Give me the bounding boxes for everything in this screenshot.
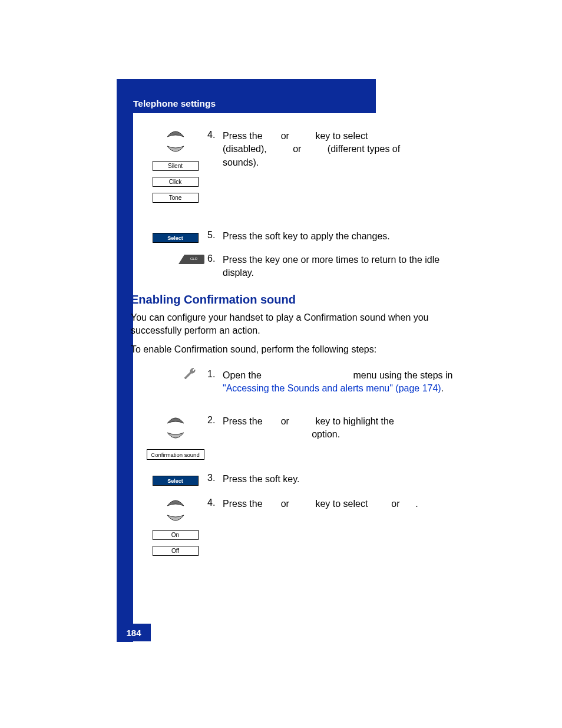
svg-text:CLR: CLR bbox=[190, 257, 197, 261]
step-number: 5. bbox=[207, 230, 223, 241]
left-stripe bbox=[117, 79, 133, 642]
step4-icons: Silent Click Tone bbox=[141, 125, 209, 206]
step-number: 3. bbox=[207, 473, 223, 483]
up-arrow-icon bbox=[165, 414, 186, 426]
step-4: 4. Press the or key to select (disabled)… bbox=[207, 130, 458, 169]
step5-icons: Select bbox=[141, 230, 209, 246]
link-sounds-menu[interactable]: "Accessing the Sounds and alerts menu" (… bbox=[223, 383, 441, 393]
header-title: Telephone settings bbox=[133, 98, 216, 108]
step-text: Press the soft key to apply the changes. bbox=[223, 230, 458, 243]
step-text: Press the or key to select or . bbox=[223, 498, 458, 510]
select-button: Select bbox=[153, 476, 199, 486]
paragraph-2: To enable Confirmation sound, perform th… bbox=[131, 343, 437, 356]
step-text: Press the soft key. bbox=[223, 473, 458, 486]
step-text: Press the or key to highlight the option… bbox=[223, 415, 458, 442]
step-number: 6. bbox=[207, 253, 223, 264]
step-2b: 2. Press the or key to highlight the opt… bbox=[207, 415, 458, 442]
step3b-icons: Select bbox=[141, 473, 209, 489]
step-5: 5. Press the soft key to apply the chang… bbox=[207, 230, 458, 243]
on-key: On bbox=[153, 530, 199, 540]
step-text: Press the key one or more times to retur… bbox=[223, 253, 458, 280]
down-arrow-icon bbox=[165, 430, 186, 442]
step-6: 6. Press the key one or more times to re… bbox=[207, 253, 458, 280]
step-number: 2. bbox=[207, 415, 223, 426]
step-number: 1. bbox=[207, 369, 223, 380]
up-arrow-icon bbox=[165, 127, 186, 139]
page-number: 184 bbox=[117, 624, 151, 641]
up-arrow-icon bbox=[165, 496, 186, 508]
down-arrow-icon bbox=[165, 144, 186, 156]
wrench-icon bbox=[183, 368, 199, 384]
paragraph-1: You can configure your handset to play a… bbox=[131, 311, 437, 337]
clr-key-icon: CLR bbox=[177, 252, 204, 266]
select-button: Select bbox=[153, 233, 199, 243]
tone-key: Tone bbox=[153, 193, 199, 203]
step4b-icons: On Off bbox=[141, 494, 209, 559]
step-1b: 1. Open the menu using the steps in "Acc… bbox=[207, 369, 458, 396]
silent-key: Silent bbox=[153, 161, 199, 171]
step-number: 4. bbox=[207, 498, 223, 508]
step-3b: 3. Press the soft key. bbox=[207, 473, 458, 486]
step2b-icons: Confirmation sound bbox=[141, 411, 209, 460]
step-4b: 4. Press the or key to select or . bbox=[207, 498, 458, 510]
click-key: Click bbox=[153, 177, 199, 187]
step-number: 4. bbox=[207, 130, 223, 140]
down-arrow-icon bbox=[165, 513, 186, 525]
confirmation-sound-key: Confirmation sound bbox=[147, 449, 204, 460]
page-header: Telephone settings bbox=[117, 79, 376, 113]
off-key: Off bbox=[153, 546, 199, 556]
step-text: Open the menu using the steps in "Access… bbox=[223, 369, 458, 396]
step-text: Press the or key to select (disabled), o… bbox=[223, 130, 458, 169]
section-heading: Enabling Confirmation sound bbox=[131, 293, 296, 307]
